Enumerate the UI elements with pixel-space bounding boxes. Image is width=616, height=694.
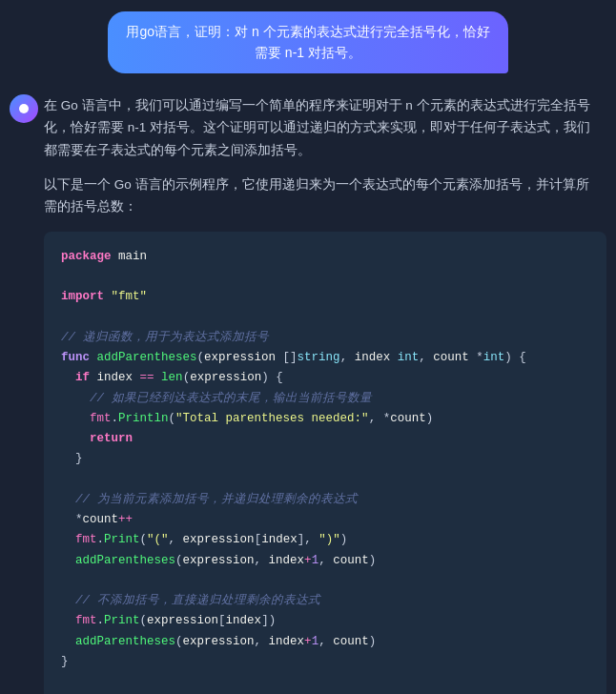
- user-bubble: 用go语言，证明：对 n 个元素的表达式进行完全括号化，恰好需要 n-1 对括号…: [108, 11, 508, 73]
- user-bubble-row: 用go语言，证明：对 n 个元素的表达式进行完全括号化，恰好需要 n-1 对括号…: [0, 0, 616, 81]
- bot-content: 在 Go 语言中，我们可以通过编写一个简单的程序来证明对于 n 个元素的表达式进…: [44, 91, 606, 694]
- user-message-text: 用go语言，证明：对 n 个元素的表达式进行完全括号化，恰好需要 n-1 对括号…: [126, 24, 489, 60]
- bot-code-intro: 以下是一个 Go 语言的示例程序，它使用递归来为一个表达式的每个元素添加括号，并…: [44, 170, 606, 226]
- bot-avatar: [10, 94, 38, 123]
- avatar-dot: [19, 104, 29, 113]
- chat-container: 用go语言，证明：对 n 个元素的表达式进行完全括号化，恰好需要 n-1 对括号…: [0, 0, 616, 694]
- code-block: package main import "fmt" // 递归函数，用于为表达式…: [44, 232, 606, 694]
- bot-response-row: 在 Go 语言中，我们可以通过编写一个简单的程序来证明对于 n 个元素的表达式进…: [0, 81, 616, 694]
- bot-avatar-col: [10, 91, 44, 694]
- bot-intro-text: 在 Go 语言中，我们可以通过编写一个简单的程序来证明对于 n 个元素的表达式进…: [44, 91, 606, 170]
